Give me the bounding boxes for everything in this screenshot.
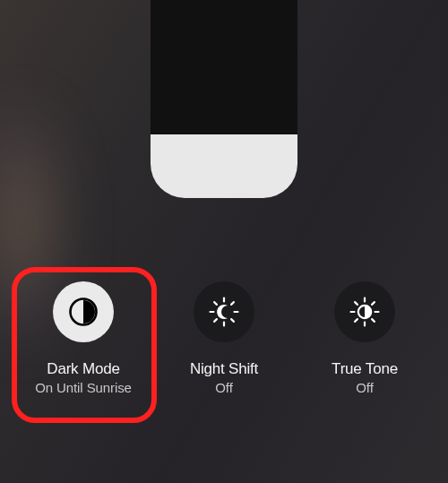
svg-line-8 xyxy=(231,302,234,305)
night-shift-title: Night Shift xyxy=(190,360,258,378)
display-controls-row: Dark Mode On Until Sunrise xyxy=(21,281,427,395)
true-tone-title: True Tone xyxy=(332,360,398,378)
dark-mode-icon xyxy=(68,297,99,327)
true-tone-icon xyxy=(349,296,381,328)
svg-line-14 xyxy=(372,319,375,322)
true-tone-control[interactable]: True Tone Off xyxy=(302,281,427,395)
dark-mode-status: On Until Sunrise xyxy=(35,380,132,395)
brightness-slider-fill xyxy=(151,134,297,198)
svg-line-6 xyxy=(231,319,234,322)
night-shift-control[interactable]: Night Shift Off xyxy=(161,281,287,395)
dark-mode-title: Dark Mode xyxy=(47,360,119,378)
svg-line-7 xyxy=(214,319,217,322)
dark-mode-control[interactable]: Dark Mode On Until Sunrise xyxy=(21,281,146,395)
svg-line-13 xyxy=(355,302,358,305)
night-shift-icon-circle xyxy=(194,281,254,342)
true-tone-icon-circle xyxy=(334,281,395,342)
svg-line-5 xyxy=(214,302,217,305)
true-tone-status: Off xyxy=(356,380,373,395)
night-shift-status: Off xyxy=(215,380,232,395)
svg-line-15 xyxy=(355,319,358,322)
night-shift-icon xyxy=(208,296,240,328)
brightness-slider[interactable] xyxy=(151,0,297,198)
svg-line-16 xyxy=(372,302,375,305)
dark-mode-icon-circle xyxy=(53,281,114,342)
